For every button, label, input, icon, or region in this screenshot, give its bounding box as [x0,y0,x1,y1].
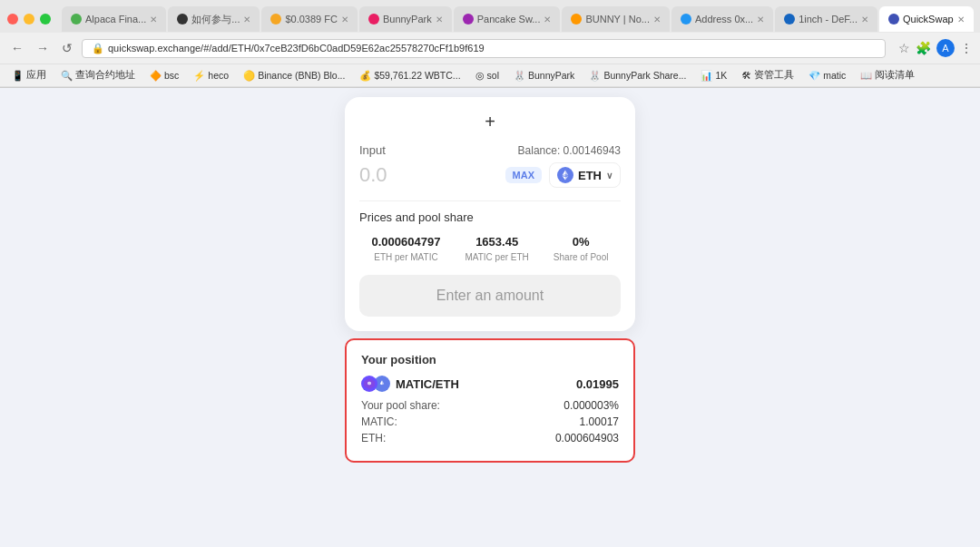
window-controls [7,14,51,24]
detail-value-pool-share: 0.000003% [564,399,619,412]
tab-pancake[interactable]: Pancake Sw... ✕ [454,6,561,32]
bookmark-apps[interactable]: 📱 应用 [7,68,51,83]
enter-amount-button[interactable]: Enter an amount [359,275,621,317]
bookmark-heco[interactable]: ⚡ heco [189,69,233,83]
price-label-0: ETH per MATIC [372,252,441,262]
tab-label-howto: 如何参与... [191,13,240,26]
bookmark-matic[interactable]: 💎 matic [804,69,850,83]
tab-close-alpaca[interactable]: ✕ [150,15,157,24]
tab-close-pancake[interactable]: ✕ [544,15,551,24]
address-bar: ← → ↺ 🔒 quickswap.exchange/#/add/ETH/0x7… [0,33,980,63]
plus-icon: + [359,112,621,132]
position-detail-row-0: Your pool share: 0.000003% [361,399,619,412]
extensions-icon[interactable]: 🧩 [916,41,931,55]
pair-icons [361,376,390,392]
add-liquidity-card: + Input Balance: 0.00146943 0.0 MAX [345,97,635,331]
tab-label-pancake: Pancake Sw... [477,14,541,24]
bookmark-contract[interactable]: 🔍 查询合约地址 [56,68,140,83]
balance-label: Balance: 0.00146943 [518,144,621,157]
bookmark-reading[interactable]: 📖 阅读清单 [856,68,919,83]
bookmark-sol[interactable]: ◎ sol [471,69,504,82]
position-card: Your position [345,338,635,463]
matic-icon [363,377,376,390]
tab-close-quickswap[interactable]: ✕ [957,15,965,24]
tab-close-1inch[interactable]: ✕ [861,15,868,24]
position-pair-row: MATIC/ETH 0.01995 [361,376,619,392]
tab-label-bunnypark: BunnyPark [383,14,432,24]
tab-favicon-howto [177,14,188,24]
pair-name: MATIC/ETH [396,377,459,391]
page-content: + Input Balance: 0.00146943 0.0 MAX [0,88,980,547]
address-field[interactable]: 🔒 quickswap.exchange/#/add/ETH/0x7ceB23f… [82,39,886,58]
max-button[interactable]: MAX [505,167,542,183]
bookmark-wbtc[interactable]: 💰 $59,761.22 WBTC... [355,69,465,83]
token-selector[interactable]: ETH ∨ [549,162,621,188]
forward-button[interactable]: → [33,39,53,57]
input-label: Input [359,143,386,157]
token-name: ETH [578,169,602,182]
prices-title: Prices and pool share [359,210,621,224]
tab-bunnypark[interactable]: BunnyPark ✕ [359,6,452,32]
menu-icon[interactable]: ⋮ [960,41,973,55]
tab-1inch[interactable]: 1inch - DeF... ✕ [775,6,877,32]
bookmark-1k[interactable]: 📊 1K [696,69,731,83]
browser-chrome: Alpaca Fina... ✕ 如何参与... ✕ $0.0389 FC ✕ … [0,0,980,88]
tab-howto[interactable]: 如何参与... ✕ [168,6,260,32]
price-value-1: 1653.45 [465,235,528,249]
address-icons: ☆ 🧩 A ⋮ [898,39,973,57]
position-detail-row-2: ETH: 0.000604903 [361,432,619,444]
tab-favicon-pancake [463,14,474,24]
main-container: + Input Balance: 0.00146943 0.0 MAX [345,97,635,463]
tab-bunny[interactable]: BUNNY | No... ✕ [562,6,670,32]
new-tab-button[interactable]: + [975,11,980,27]
back-button[interactable]: ← [7,39,27,57]
tab-favicon-address [681,14,691,24]
matic-pair-icon [361,376,377,392]
tab-close-address[interactable]: ✕ [757,15,764,24]
tab-favicon-1inch [784,14,795,24]
pair-info: MATIC/ETH [361,376,459,392]
tab-close-bunny[interactable]: ✕ [653,15,661,24]
bookmarks-bar: 📱 应用 🔍 查询合约地址 🔶 bsc ⚡ heco 🟡 Binance (BN… [0,63,980,87]
detail-value-eth: 0.000604903 [555,432,619,444]
chevron-down-icon: ∨ [606,171,612,181]
bookmark-bunnypark[interactable]: 🐰 BunnyPark [509,69,579,83]
price-label-1: MATIC per ETH [465,252,528,262]
tab-quickswap[interactable]: QuickSwap ✕ [879,6,974,32]
tab-label-bunny: BUNNY | No... [585,14,650,24]
tab-close-howto[interactable]: ✕ [243,15,250,24]
input-section: Input Balance: 0.00146943 0.0 MAX [359,143,621,188]
tab-favicon-bunny [571,14,582,24]
minimize-window-button[interactable] [24,14,34,24]
reload-button[interactable]: ↺ [58,39,76,57]
price-item-matic-per-eth: 1653.45 MATIC per ETH [465,235,528,262]
tab-bar: Alpaca Fina... ✕ 如何参与... ✕ $0.0389 FC ✕ … [0,0,980,33]
eth-icon [557,167,573,183]
bookmark-binance[interactable]: 🟡 Binance (BNB) Blo... [239,69,349,83]
tab-alpaca[interactable]: Alpaca Fina... ✕ [62,6,166,32]
address-text: quickswap.exchange/#/add/ETH/0x7ceB23fD6… [108,43,485,54]
price-value-2: 0% [554,235,609,249]
tab-price[interactable]: $0.0389 FC ✕ [261,6,357,32]
detail-label-matic: MATIC: [361,415,397,428]
price-value-0: 0.000604797 [372,235,441,249]
tab-address[interactable]: Address 0x... ✕ [671,6,773,32]
tab-favicon-bunnypark [368,14,379,24]
tab-label-price: $0.0389 FC [285,14,337,24]
maximize-window-button[interactable] [40,14,51,24]
tab-close-price[interactable]: ✕ [341,15,348,24]
bookmark-bunnypark-share[interactable]: 🐰 BunnyPark Share... [584,69,691,83]
price-item-share-of-pool: 0% Share of Pool [554,235,609,262]
bookmark-icon[interactable]: ☆ [898,41,910,55]
tab-close-bunnypark[interactable]: ✕ [436,15,443,24]
price-item-eth-per-matic: 0.000604797 ETH per MATIC [372,235,441,262]
detail-value-matic: 1.00017 [580,415,619,428]
amount-input[interactable]: 0.0 [359,163,498,187]
bookmark-asset[interactable]: 🛠 资管工具 [737,68,799,83]
bookmark-bsc[interactable]: 🔶 bsc [145,69,183,83]
close-window-button[interactable] [7,14,18,24]
tab-label-alpaca: Alpaca Fina... [85,14,146,24]
tab-label-address: Address 0x... [695,14,753,24]
position-detail-row-1: MATIC: 1.00017 [361,415,619,428]
profile-icon[interactable]: A [936,39,955,57]
